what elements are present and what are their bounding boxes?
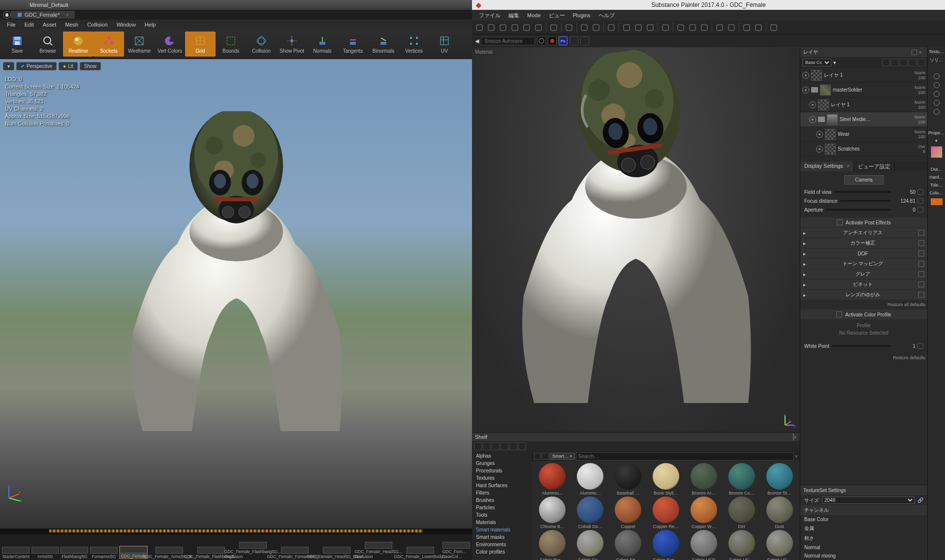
effect-section[interactable]: ▸DOF xyxy=(800,249,927,258)
shelf-home-icon[interactable] xyxy=(474,442,482,450)
tab-viewer-settings[interactable]: ビューア設定 xyxy=(854,161,895,171)
shelf-category[interactable]: Color profiles xyxy=(472,548,532,556)
asset-slot[interactable]: ForearmsSG xyxy=(90,547,118,559)
visibility-icon[interactable] xyxy=(934,91,940,97)
shelf-category[interactable]: Smart masks xyxy=(472,533,532,541)
asset-slot[interactable]: GDC_Female_HeadSG…Occlusion xyxy=(358,542,399,559)
shelf-fwd-icon[interactable] xyxy=(492,442,500,450)
channel-row[interactable]: Base Color xyxy=(800,515,927,524)
effect-section[interactable]: ▸カラー補正 xyxy=(800,238,927,248)
layer-row[interactable]: レイヤ 1Norm100 xyxy=(800,68,927,83)
polygon-icon[interactable] xyxy=(591,22,601,33)
material-item[interactable]: Bronze St… xyxy=(761,463,798,496)
3d-icon[interactable] xyxy=(633,22,644,33)
delete-layer-icon[interactable] xyxy=(917,59,925,66)
realtime-button[interactable]: Realtime xyxy=(63,31,94,57)
record-icon[interactable] xyxy=(548,36,557,45)
material-item[interactable]: Fabric Str… xyxy=(610,530,647,560)
perspective-icon[interactable] xyxy=(714,22,725,33)
reset-icon[interactable] xyxy=(917,343,923,349)
wireframe-button[interactable]: Wireframe xyxy=(124,31,155,57)
2d-icon[interactable] xyxy=(621,22,632,33)
layer-row[interactable]: レイヤ 1Norm100 xyxy=(800,97,927,112)
channel-row[interactable]: Normal mixing xyxy=(800,552,927,560)
visibility-icon[interactable] xyxy=(802,87,809,93)
close-icon[interactable]: × xyxy=(66,12,69,18)
shelf-category[interactable]: Environments xyxy=(472,541,532,548)
chevron-down-icon[interactable]: ▾ xyxy=(935,138,938,143)
engine-icon[interactable] xyxy=(537,36,546,45)
show-button[interactable]: Show xyxy=(80,62,101,70)
add-effect-icon[interactable] xyxy=(891,59,899,66)
asset-slot[interactable]: GDC_Fem…BaseCol… xyxy=(442,542,470,559)
layer-row[interactable]: Steel Medie…Norm100 xyxy=(800,112,927,127)
clone-icon[interactable] xyxy=(533,22,544,33)
material-item[interactable]: Fabric UCP xyxy=(685,530,722,560)
param-value[interactable]: 124.81 xyxy=(894,198,915,204)
shelf-search-input[interactable] xyxy=(576,452,794,461)
pause-icon[interactable] xyxy=(699,22,710,33)
channel-row[interactable]: 金属 xyxy=(800,524,927,533)
shelf-category[interactable]: Alphas xyxy=(472,452,532,460)
visibility-icon[interactable] xyxy=(934,109,940,115)
material-item[interactable]: Bone Styli… xyxy=(648,463,685,496)
viewport-menu-button[interactable]: ▾ xyxy=(3,62,14,70)
material-item[interactable]: Fabric UC… xyxy=(761,530,798,560)
restore-defaults-button[interactable]: Restore all defaults xyxy=(800,300,927,309)
close-icon[interactable]: × xyxy=(794,434,797,440)
add-mask-icon[interactable] xyxy=(882,59,890,66)
3d2d-icon[interactable] xyxy=(645,22,656,33)
blend-mode-select[interactable]: Base Cc xyxy=(802,59,831,66)
shelf-category[interactable]: Smart materials xyxy=(472,526,532,533)
visibility-icon[interactable] xyxy=(816,131,823,138)
bounds-button[interactable]: Bounds xyxy=(216,31,246,57)
material-item[interactable]: Copper xyxy=(610,497,647,529)
material-item[interactable]: Cobalt Da… xyxy=(572,497,609,529)
eraser-icon[interactable] xyxy=(486,22,497,33)
shelf-category[interactable]: Hard Surfaces xyxy=(472,482,532,489)
mask-icon[interactable] xyxy=(579,22,590,33)
shelf-view1-icon[interactable] xyxy=(501,442,508,450)
shelf-back-icon[interactable] xyxy=(483,442,491,450)
visibility-icon[interactable] xyxy=(809,101,816,108)
menu-ヘルプ[interactable]: ヘルプ xyxy=(596,12,618,19)
perspective-button[interactable]: ✔Perspective xyxy=(16,62,57,70)
add-folder-icon[interactable] xyxy=(909,59,916,66)
material-item[interactable]: Fabric Sup… xyxy=(648,530,685,560)
grid-button[interactable]: Grid xyxy=(185,31,216,57)
asset-slot[interactable]: ArmsSG xyxy=(32,547,60,559)
checkbox[interactable] xyxy=(918,292,924,298)
asset-slot[interactable]: GDC_Female_HeadSG_Base… xyxy=(316,547,357,559)
export-icon[interactable] xyxy=(569,36,578,45)
tangents-button[interactable]: Tangents xyxy=(338,31,368,57)
menu-edit[interactable]: Edit xyxy=(22,22,37,28)
edge-label-solid[interactable]: ソリ… xyxy=(930,57,943,63)
isolate-icon[interactable] xyxy=(753,22,764,33)
autosave-input[interactable] xyxy=(481,37,535,45)
effect-section[interactable]: ▸トーン マッピング xyxy=(800,259,927,269)
material-item[interactable]: Bronze Co… xyxy=(723,463,760,496)
visibility-icon[interactable] xyxy=(934,100,940,106)
menu-collision[interactable]: Collision xyxy=(84,22,111,28)
effect-section[interactable]: ▸アンチエイリアス xyxy=(800,228,927,238)
restore-defaults-button-2[interactable]: Restore defaults xyxy=(800,353,927,362)
shelf-import-icon[interactable] xyxy=(518,442,526,450)
brush-icon[interactable] xyxy=(474,22,485,33)
edge-label-prop[interactable]: Prope… xyxy=(928,130,945,135)
shelf-category[interactable]: Textures xyxy=(472,474,532,482)
camera-icon[interactable] xyxy=(675,22,686,33)
shelf-category[interactable]: Procedurals xyxy=(472,467,532,474)
show-pivot-button[interactable]: Show Pivot xyxy=(277,31,307,57)
symmetry-icon[interactable] xyxy=(564,22,574,33)
material-item[interactable]: Baseball … xyxy=(610,463,647,496)
texset-size-select[interactable]: 2048 xyxy=(822,497,914,504)
menu-編集[interactable]: 編集 xyxy=(505,12,522,19)
checkbox[interactable] xyxy=(918,230,924,236)
menu-window[interactable]: Window xyxy=(114,22,139,28)
ue-document-tab[interactable]: GDC_Female* × xyxy=(11,11,75,19)
clear-search-icon[interactable]: × xyxy=(795,453,798,459)
uv-button[interactable]: UV xyxy=(429,31,460,57)
material-item[interactable]: Aluminiu… xyxy=(572,463,609,496)
binormals-button[interactable]: Binormals xyxy=(368,31,399,57)
material-swatch[interactable] xyxy=(931,146,943,158)
